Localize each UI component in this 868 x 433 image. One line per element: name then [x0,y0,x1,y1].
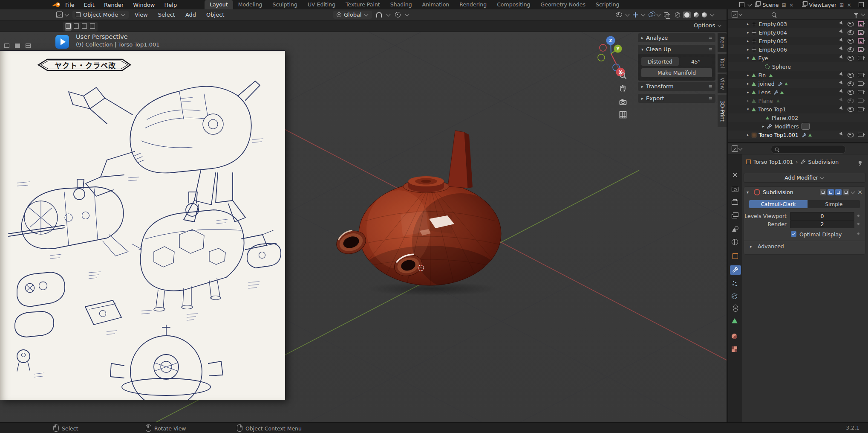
sidebar-tab-3d-print[interactable]: 3D-Print [718,95,727,127]
menu-file[interactable]: File [61,2,79,8]
navigation-gizmo[interactable]: Z Y X [594,33,634,76]
workspace-tab-sculpting[interactable]: Sculpting [268,0,303,9]
selectable-icon[interactable] [839,38,845,44]
select-subtract-button[interactable] [81,23,88,31]
pin-icon[interactable] [859,161,862,164]
sidebar-tab-tool[interactable]: Tool [718,54,727,73]
snap-dropdown-icon[interactable] [386,12,391,17]
simple-button[interactable]: Simple [808,200,860,208]
xray-toggle-icon[interactable] [664,12,669,17]
menu-help[interactable]: Help [160,2,182,8]
menu-object[interactable]: Object [202,12,228,18]
workspace-tab-scripting[interactable]: Scripting [591,0,625,9]
tab-material[interactable] [732,334,737,339]
search-icon[interactable] [772,12,776,17]
hide-icon[interactable] [848,73,854,78]
editor-type-icon[interactable] [732,145,738,152]
shading-wireframe-icon[interactable] [675,12,680,17]
selectable-icon[interactable] [839,132,845,138]
tab-scene[interactable] [732,225,739,232]
outliner-row-empty-005[interactable]: ▸ Empty.005 [728,37,868,45]
selectable-icon[interactable] [839,55,845,61]
toggle-edit-cage[interactable] [820,189,826,195]
snap-toggle[interactable] [376,12,382,17]
chevron-down-icon[interactable] [738,146,743,151]
shading-material-icon[interactable] [694,12,699,17]
render-visibility-icon[interactable] [858,107,864,111]
export-section-header[interactable]: ▸Export≡ [638,94,715,103]
chevron-down-icon[interactable] [748,2,752,6]
outliner-row-torso-top1[interactable]: ▾ Torso Top1 [728,105,868,113]
window-minimize-icon[interactable] [4,44,9,48]
proportional-editing-toggle[interactable] [395,12,401,17]
shading-solid-active[interactable] [683,12,691,18]
tab-tool[interactable] [732,171,739,179]
window-grid-icon[interactable] [26,44,31,48]
menu-render[interactable]: Render [99,2,128,8]
render-visibility-icon[interactable] [858,56,864,60]
analyze-section-header[interactable]: ▸Analyze≡ [638,33,715,42]
tab-output[interactable] [732,201,738,205]
workspace-tab-shading[interactable]: Shading [385,0,417,9]
selectable-icon[interactable] [839,46,845,52]
window-menu-icon[interactable] [859,2,864,7]
hide-icon[interactable] [848,81,854,86]
drag-grip-icon[interactable]: ≡ [709,35,712,41]
chevron-down-icon[interactable] [65,12,69,17]
toggle-edit-mode[interactable] [828,189,834,195]
distorted-button[interactable]: Distorted [641,57,679,66]
animate-dot[interactable] [857,223,859,225]
render-visibility-icon[interactable] [858,73,864,77]
drag-grip-icon[interactable]: ≡ [709,84,712,89]
make-manifold-button[interactable]: Make Manifold [641,68,712,77]
outliner-row-plane-002[interactable]: Plane.002 [728,113,868,122]
tab-constraints[interactable] [732,305,739,312]
outliner-row-lens[interactable]: ▸ Lens [728,88,868,96]
workspace-tab-compositing[interactable]: Compositing [492,0,535,9]
outliner-row-empty-003[interactable]: ▸ Empty.003 [728,20,868,28]
selectable-icon[interactable] [839,72,845,78]
breadcrumb-modifier[interactable]: Subdivision [808,159,839,165]
render-visibility-icon[interactable] [858,90,864,94]
select-set-button[interactable] [65,23,72,31]
modifier-name[interactable]: Subdivision [763,189,793,195]
workspace-tab-texture-paint[interactable]: Texture Paint [340,0,385,9]
add-modifier-button[interactable]: Add Modifier [744,173,865,183]
shading-dropdown-icon[interactable] [710,12,715,17]
overlays-toggle-icon[interactable] [649,12,653,17]
selectable-icon[interactable] [839,29,845,35]
panel-divider[interactable] [728,142,868,143]
editor-browse-icon[interactable] [739,2,744,7]
animate-dot[interactable] [857,232,859,235]
tab-particles[interactable] [733,281,734,282]
tab-world[interactable] [732,239,738,245]
modifier-display-toggle[interactable] [802,123,810,130]
transform-section-header[interactable]: ▸Transform≡ [638,82,715,91]
tab-render[interactable] [732,187,738,192]
outliner-row-plane[interactable]: ▸ Plane [728,96,868,105]
hide-icon[interactable] [848,30,854,35]
toggle-render[interactable] [843,189,849,195]
hide-icon[interactable] [848,133,854,137]
advanced-section-toggle[interactable]: ▸Advanced [750,243,784,250]
unlink-scene-button[interactable]: × [789,2,793,8]
distorted-angle-field[interactable]: 45° [680,57,712,66]
panel-divider[interactable] [727,9,728,422]
selectable-icon[interactable] [839,81,845,87]
drag-grip-icon[interactable]: ≡ [709,46,712,52]
properties-search-input[interactable] [771,145,846,154]
shading-rendered-icon[interactable] [702,12,707,17]
render-visibility-icon[interactable] [858,22,864,26]
outliner-row-sphere[interactable]: Sphere [728,62,868,71]
modifier-panel-header[interactable]: ▾ Subdivision × [744,187,865,197]
hide-icon[interactable] [848,47,854,52]
workspace-tab-modeling[interactable]: Modeling [233,0,268,9]
workspace-tab-geometry-nodes[interactable]: Geometry Nodes [536,0,591,9]
window-restore-icon[interactable] [15,44,20,48]
transform-orientation-dropdown[interactable]: Global [333,11,372,19]
workspace-tab-animation[interactable]: Animation [417,0,455,9]
camera-view-button[interactable] [619,98,627,106]
new-view-layer-button[interactable]: ⊞ [839,2,844,8]
gizmos-toggle-icon[interactable] [633,12,638,17]
reference-image-window[interactable]: ヤクト・クラベ改 [0,50,285,400]
